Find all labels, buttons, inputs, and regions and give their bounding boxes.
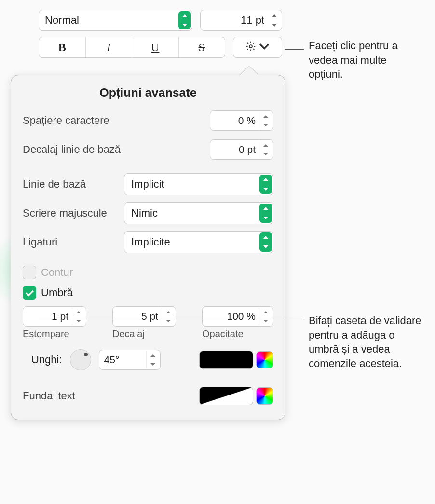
- caps-select-value: Nimic: [131, 207, 158, 219]
- shadow-offset-stepper[interactable]: 5 pt: [112, 306, 176, 327]
- italic-button[interactable]: I: [86, 37, 133, 57]
- shadow-angle-label: Unghi:: [31, 354, 62, 366]
- font-weight-stepper[interactable]: [178, 11, 191, 29]
- advanced-options-popover: Opțiuni avansate Spațiere caractere 0 % …: [11, 75, 285, 420]
- shadow-checkbox[interactable]: [23, 286, 36, 300]
- text-background-color-well[interactable]: [199, 387, 253, 405]
- font-weight-select[interactable]: Normal: [39, 10, 192, 31]
- shadow-color-picker-button[interactable]: [256, 351, 273, 368]
- outline-row: Contur: [23, 266, 273, 279]
- ligatures-select-toggle[interactable]: [259, 232, 272, 252]
- baseline-select-toggle[interactable]: [259, 175, 272, 194]
- popover-title: Opțiuni avansate: [23, 86, 273, 100]
- ligatures-label: Ligaturi: [23, 236, 124, 248]
- callout-shadow: Bifați caseta de validare pentru a adăug…: [309, 313, 427, 371]
- caps-label: Scriere majuscule: [23, 207, 124, 219]
- font-size-value: 11 pt: [241, 14, 264, 27]
- shadow-row: Umbră: [23, 286, 273, 300]
- shadow-opacity-value: 100 %: [227, 311, 256, 322]
- shadow-blur-caption: Estompare: [23, 328, 69, 340]
- text-background-label: Fundal text: [23, 390, 75, 402]
- baseline-select[interactable]: Implicit: [124, 173, 273, 195]
- text-style-group: B I U S: [39, 37, 225, 58]
- strikethrough-button[interactable]: S: [179, 37, 225, 57]
- baseline-label: Linie de bază: [23, 178, 124, 191]
- shadow-offset-value: 5 pt: [141, 311, 158, 322]
- shadow-opacity-stepper[interactable]: 100 %: [202, 306, 273, 327]
- char-spacing-value: 0 %: [238, 115, 256, 126]
- char-spacing-stepper[interactable]: 0 %: [210, 110, 273, 131]
- shadow-color-well[interactable]: [199, 351, 253, 369]
- baseline-select-value: Implicit: [131, 178, 164, 191]
- char-spacing-label: Spațiere caractere: [23, 114, 109, 127]
- baseline-shift-label: Decalaj linie de bază: [23, 143, 121, 156]
- chevron-down-icon: [259, 41, 270, 54]
- shadow-angle-value: 45°: [104, 354, 120, 366]
- ligatures-select[interactable]: Implicite: [124, 231, 273, 253]
- gear-icon: [245, 41, 256, 54]
- font-size-stepper[interactable]: 11 pt: [200, 10, 282, 31]
- outline-checkbox[interactable]: [23, 266, 36, 279]
- underline-button[interactable]: U: [132, 37, 179, 57]
- svg-point-0: [249, 45, 252, 48]
- shadow-label: Umbră: [41, 286, 73, 299]
- bold-button[interactable]: B: [39, 37, 86, 57]
- outline-label: Contur: [41, 266, 73, 279]
- shadow-offset-caption: Decalaj: [112, 328, 145, 340]
- shadow-opacity-caption: Opacitate: [202, 328, 244, 340]
- shadow-angle-stepper[interactable]: 45°: [99, 350, 161, 370]
- font-size-arrows[interactable]: [268, 11, 281, 29]
- ligatures-select-value: Implicite: [131, 236, 170, 248]
- baseline-shift-stepper[interactable]: 0 pt: [210, 139, 273, 160]
- baseline-shift-value: 0 pt: [239, 144, 256, 155]
- font-weight-value: Normal: [45, 14, 187, 27]
- callout-gear: Faceți clic pentru a vedea mai multe opț…: [309, 39, 422, 82]
- caps-select-toggle[interactable]: [259, 204, 272, 223]
- caps-select[interactable]: Nimic: [124, 202, 273, 224]
- text-background-color-picker-button[interactable]: [256, 387, 273, 405]
- advanced-options-button[interactable]: [233, 37, 282, 58]
- shadow-angle-dial[interactable]: [70, 349, 91, 370]
- shadow-blur-value: 1 pt: [52, 311, 68, 322]
- shadow-blur-stepper[interactable]: 1 pt: [23, 306, 86, 327]
